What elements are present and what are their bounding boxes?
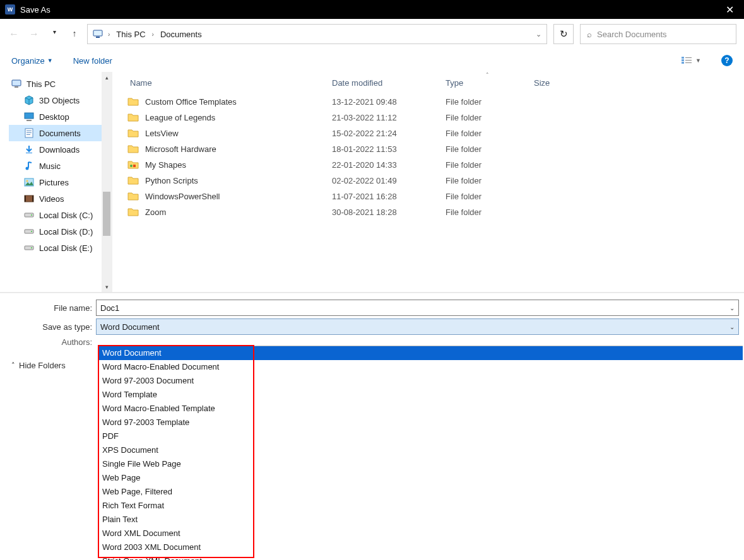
svg-rect-9 bbox=[15, 86, 18, 88]
savetype-select[interactable]: Word Document ⌄ bbox=[96, 318, 739, 335]
sidebar-item-3d-objects[interactable]: 3D Objects bbox=[9, 92, 102, 108]
disk-icon bbox=[24, 243, 34, 253]
file-name: WindowsPowerShell bbox=[143, 190, 223, 202]
back-button[interactable]: ← bbox=[8, 28, 20, 40]
savetype-option[interactable]: Plain Text bbox=[98, 513, 743, 527]
file-name: League of Legends bbox=[143, 112, 218, 124]
file-size bbox=[531, 211, 594, 214]
pc-icon bbox=[11, 79, 21, 89]
address-dropdown-icon[interactable]: ⌄ bbox=[536, 30, 541, 38]
savetype-dropdown[interactable]: Word DocumentWord Macro-Enabled Document… bbox=[98, 346, 743, 560]
file-date: 18-01-2022 11:53 bbox=[329, 143, 443, 155]
svg-rect-30 bbox=[133, 165, 136, 167]
savetype-option[interactable]: Word Macro-Enabled Template bbox=[98, 402, 743, 416]
savetype-option[interactable]: PDF bbox=[98, 429, 743, 443]
savetype-option[interactable]: Word XML Document bbox=[98, 527, 743, 540]
savetype-label: Save as type: bbox=[0, 322, 96, 332]
organize-button[interactable]: Organize▼ bbox=[11, 56, 53, 66]
new-folder-button[interactable]: New folder bbox=[73, 56, 112, 66]
savetype-option[interactable]: Web Page bbox=[98, 471, 743, 485]
3d-icon bbox=[24, 95, 34, 105]
svg-rect-20 bbox=[25, 195, 33, 202]
svg-point-17 bbox=[26, 167, 29, 170]
file-date: 02-02-2022 01:49 bbox=[329, 175, 443, 187]
up-button[interactable]: ↑ bbox=[68, 28, 81, 40]
sidebar-item-videos[interactable]: Videos bbox=[9, 190, 102, 207]
refresh-button[interactable]: ↻ bbox=[553, 24, 574, 44]
sidebar-item-label: Desktop bbox=[39, 112, 69, 122]
sidebar-item-documents[interactable]: Documents bbox=[9, 125, 102, 141]
search-box[interactable]: ⌕ Search Documents bbox=[580, 24, 736, 44]
sidebar-item-local-disk-c-[interactable]: Local Disk (C:) bbox=[9, 207, 102, 223]
file-row[interactable]: Microsoft Hardware18-01-2022 11:53File f… bbox=[112, 141, 744, 157]
column-name[interactable]: Name bbox=[127, 74, 329, 91]
sidebar-item-local-disk-e-[interactable]: Local Disk (E:) bbox=[9, 240, 102, 256]
savetype-option[interactable]: Word 97-2003 Template bbox=[98, 416, 743, 429]
chevron-down-icon[interactable]: ⌄ bbox=[729, 305, 735, 312]
sidebar-item-desktop[interactable]: Desktop bbox=[9, 108, 102, 125]
column-type[interactable]: ˄Type bbox=[443, 74, 531, 91]
savetype-option[interactable]: XPS Document bbox=[98, 443, 743, 457]
file-date: 22-01-2020 14:33 bbox=[329, 159, 443, 171]
authors-label: Authors: bbox=[0, 337, 96, 347]
nav-bar: ← → ▾ ↑ › This PC › Documents ⌄ ↻ ⌕ Sear… bbox=[0, 19, 744, 49]
column-date[interactable]: Date modified bbox=[329, 74, 443, 91]
file-row[interactable]: Custom Office Templates13-12-2021 09:48F… bbox=[112, 94, 744, 110]
forward-button[interactable]: → bbox=[28, 28, 40, 40]
svg-rect-5 bbox=[685, 57, 692, 58]
search-placeholder: Search Documents bbox=[597, 30, 667, 39]
column-size[interactable]: Size bbox=[531, 74, 594, 91]
file-row[interactable]: WindowsPowerShell11-07-2021 16:28File fo… bbox=[112, 189, 744, 204]
savetype-option[interactable]: Word Macro-Enabled Document bbox=[98, 360, 743, 374]
breadcrumb-folder[interactable]: Documents bbox=[159, 28, 203, 40]
file-type: File folder bbox=[443, 127, 531, 139]
savetype-option[interactable]: Word 2003 XML Document bbox=[98, 540, 743, 554]
recent-locations-button[interactable]: ▾ bbox=[48, 28, 61, 40]
sidebar-item-music[interactable]: Music bbox=[9, 158, 102, 174]
file-row[interactable]: Python Scripts02-02-2022 01:49File folde… bbox=[112, 173, 744, 189]
chevron-down-icon[interactable]: ⌄ bbox=[729, 324, 735, 330]
savetype-option[interactable]: Web Page, Filtered bbox=[98, 485, 743, 499]
file-size bbox=[531, 180, 594, 182]
folder-icon bbox=[127, 128, 139, 139]
sidebar-item-local-disk-d-[interactable]: Local Disk (D:) bbox=[9, 223, 102, 240]
savetype-option[interactable]: Single File Web Page bbox=[98, 457, 743, 471]
file-type: File folder bbox=[443, 190, 531, 202]
svg-rect-0 bbox=[93, 30, 102, 36]
file-date: 11-07-2021 16:28 bbox=[329, 190, 443, 202]
folder-icon bbox=[127, 144, 139, 155]
address-bar[interactable]: › This PC › Documents ⌄ bbox=[87, 24, 547, 44]
file-date: 30-08-2021 18:28 bbox=[329, 206, 443, 218]
close-button[interactable]: ✕ bbox=[721, 4, 739, 16]
disk-icon bbox=[24, 226, 34, 236]
savetype-row: Save as type: Word Document ⌄ bbox=[0, 318, 739, 335]
sidebar-item-this-pc[interactable]: This PC bbox=[9, 76, 102, 92]
breadcrumb-root[interactable]: This PC bbox=[115, 28, 146, 40]
svg-rect-4 bbox=[682, 62, 684, 64]
sidebar-scrollbar[interactable]: ▴ ▾ bbox=[102, 72, 112, 292]
scroll-thumb[interactable] bbox=[103, 192, 110, 236]
savetype-option[interactable]: Word Document bbox=[98, 346, 743, 360]
savetype-option[interactable]: Rich Text Format bbox=[98, 499, 743, 513]
folder-icon bbox=[127, 160, 139, 171]
file-row[interactable]: Zoom30-08-2021 18:28File folder bbox=[112, 204, 744, 220]
file-row[interactable]: League of Legends21-03-2022 11:12File fo… bbox=[112, 110, 744, 125]
help-button[interactable]: ? bbox=[721, 55, 733, 66]
sidebar-item-pictures[interactable]: Pictures bbox=[9, 174, 102, 190]
savetype-option[interactable]: Strict Open XML Document bbox=[98, 554, 743, 560]
file-row[interactable]: LetsView15-02-2022 21:24File folder bbox=[112, 125, 744, 141]
svg-rect-22 bbox=[32, 195, 33, 202]
sidebar-item-downloads[interactable]: Downloads bbox=[9, 141, 102, 158]
sort-indicator-icon: ˄ bbox=[486, 72, 489, 78]
down-icon bbox=[24, 144, 34, 155]
file-name: Custom Office Templates bbox=[143, 96, 239, 108]
file-row[interactable]: My Shapes22-01-2020 14:33File folder bbox=[112, 157, 744, 173]
savetype-option[interactable]: Word Template bbox=[98, 388, 743, 402]
svg-rect-16 bbox=[26, 153, 32, 153]
filename-input[interactable]: Doc1 ⌄ bbox=[96, 300, 739, 316]
scroll-down-icon[interactable]: ▾ bbox=[102, 281, 112, 292]
disk-icon bbox=[24, 210, 34, 220]
scroll-up-icon[interactable]: ▴ bbox=[102, 72, 112, 83]
view-options-button[interactable]: ▼ bbox=[682, 56, 701, 65]
savetype-option[interactable]: Word 97-2003 Document bbox=[98, 374, 743, 388]
